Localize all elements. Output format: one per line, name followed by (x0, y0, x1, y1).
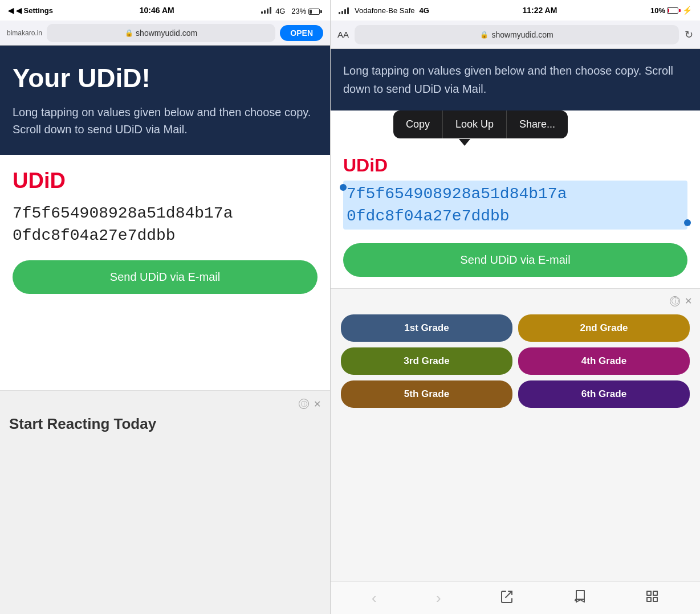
description-right: Long tapping on values given below and t… (343, 62, 687, 98)
back-nav-button[interactable]: ‹ (372, 589, 377, 607)
lock-icon-right: 🔒 (480, 31, 489, 39)
svg-line-0 (506, 591, 512, 597)
battery-body-right (667, 7, 678, 14)
bar2 (264, 10, 266, 14)
browser-bar-left: bimakaro.in 🔒 showmyudid.com OPEN (0, 21, 330, 46)
network-right: 4G (420, 6, 429, 15)
grade-4-button[interactable]: 4th Grade (518, 347, 690, 375)
grade-6-button[interactable]: 6th Grade (518, 380, 690, 408)
bottom-nav-right: ‹ › (331, 581, 700, 614)
share-nav-button[interactable] (500, 590, 514, 607)
svg-rect-3 (653, 597, 657, 601)
ad-section-right: ⓘ ✕ 1st Grade 2nd Grade 3rd Grade 4th Gr… (331, 288, 700, 581)
back-label: ◀ Settings (16, 6, 53, 15)
status-time-left: 10:46 AM (140, 6, 174, 15)
ad-top-row-right: ⓘ ✕ (339, 296, 692, 306)
status-signal-right: Vodafone-Be Safe 4G (339, 6, 429, 15)
battery-icon-right (667, 7, 681, 14)
lock-icon-left: 🔒 (125, 29, 133, 37)
dark-header-right: Long tapping on values given below and t… (331, 49, 700, 110)
ad-banner-left: ⓘ ✕ Start Reacting Today (0, 390, 330, 615)
grade-grid: 1st Grade 2nd Grade 3rd Grade 4th Grade … (339, 312, 692, 410)
back-arrow: ◀ (8, 6, 14, 15)
svg-rect-2 (653, 591, 657, 595)
bookmarks-nav-button[interactable] (573, 590, 587, 607)
rbar1 (339, 12, 340, 14)
signal-bars-right (339, 6, 349, 14)
ad-info-icon-right[interactable]: ⓘ (670, 296, 680, 306)
time-right: 11:22 AM (522, 6, 557, 15)
rbar4 (347, 7, 349, 14)
bar1 (261, 11, 263, 14)
battery-fill-right (668, 9, 669, 13)
content-right: Copy Look Up Share... UDiD 7f5f654908928… (331, 110, 700, 288)
status-bar-right: Vodafone-Be Safe 4G 11:22 AM 10% ⚡ (331, 0, 700, 21)
address-bar-left[interactable]: 🔒 showmyudid.com (47, 24, 275, 42)
signal-bars-left (261, 6, 271, 14)
context-menu-arrow (459, 139, 470, 146)
udid-label-right: UDiD (343, 155, 687, 176)
left-phone: ◀ ◀ Settings 10:46 AM 4G 23% (0, 0, 331, 614)
udid-value-right[interactable]: 7f5f654908928a51d84b17a0fdc8f04a27e7ddbb (343, 181, 687, 230)
charging-icon: ⚡ (682, 6, 692, 15)
context-menu: Copy Look Up Share... (393, 110, 568, 138)
battery-fill-left (310, 10, 312, 14)
selection-handle-left (340, 184, 347, 191)
content-left: UDiD 7f5f654908928a51d84b17a0fdc8f04a27e… (0, 155, 330, 390)
forward-nav-button[interactable]: › (436, 589, 441, 607)
grade-3-button[interactable]: 3rd Grade (341, 347, 512, 375)
tabs-nav-button[interactable] (645, 590, 659, 607)
aa-button[interactable]: AA (337, 30, 349, 39)
battery-right: 10% ⚡ (650, 6, 692, 15)
battery-body-left (308, 9, 320, 15)
ad-info-row-left: ⓘ ✕ (9, 399, 321, 410)
status-battery-left: 4G 23% (261, 6, 322, 15)
ad-title-left: Start Reacting Today (9, 415, 321, 433)
grade-5-button[interactable]: 5th Grade (341, 380, 512, 408)
udid-label-left: UDiD (13, 169, 318, 193)
status-bar-left: ◀ ◀ Settings 10:46 AM 4G 23% (0, 0, 330, 21)
battery-tip-left (320, 10, 322, 13)
network-left: 4G (275, 7, 285, 15)
battery-percent-left: 23% (291, 7, 306, 15)
bar4 (270, 7, 271, 14)
browser-bar-right: AA 🔒 showmyudid.com ↻ (331, 21, 700, 49)
grade-2-button[interactable]: 2nd Grade (518, 314, 690, 342)
selection-handle-right (684, 219, 691, 226)
bar3 (267, 9, 268, 14)
page-title-left: Your UDiD! (13, 63, 318, 93)
send-email-button-right[interactable]: Send UDiD via E-mail (343, 243, 687, 277)
open-button[interactable]: OPEN (280, 25, 323, 41)
svg-rect-1 (647, 591, 651, 595)
description-left: Long tapping on values given below and t… (13, 104, 318, 138)
signal-left: 4G (261, 7, 288, 15)
battery-tip-right (679, 9, 681, 12)
rbar3 (344, 9, 346, 14)
ad-close-button-left[interactable]: ✕ (314, 399, 321, 410)
ad-close-button-right[interactable]: ✕ (685, 296, 692, 306)
bimakaro-label: bimakaro.in (7, 29, 42, 37)
battery-percent-right: 10% (650, 6, 665, 15)
context-share[interactable]: Share... (507, 110, 568, 138)
battery-icon-left (308, 9, 322, 15)
url-left: showmyudid.com (136, 28, 197, 38)
ad-info-icon-left[interactable]: ⓘ (299, 399, 309, 409)
status-back[interactable]: ◀ ◀ Settings (8, 6, 53, 15)
rbar2 (341, 11, 343, 14)
refresh-button[interactable]: ↻ (685, 28, 693, 41)
udid-value-left[interactable]: 7f5f654908928a51d84b17a0fdc8f04a27e7ddbb (13, 202, 318, 247)
right-phone: Vodafone-Be Safe 4G 11:22 AM 10% ⚡ AA 🔒 … (331, 0, 700, 614)
dark-header-left: Your UDiD! Long tapping on values given … (0, 46, 330, 155)
address-bar-right[interactable]: 🔒 showmyudid.com (355, 25, 679, 44)
context-copy[interactable]: Copy (393, 110, 443, 138)
carrier-right: Vodafone-Be Safe (355, 6, 415, 15)
grade-1-button[interactable]: 1st Grade (341, 314, 512, 342)
url-right: showmyudid.com (491, 30, 553, 39)
svg-rect-4 (647, 597, 651, 601)
send-email-button-left[interactable]: Send UDiD via E-mail (13, 260, 318, 294)
context-lookup[interactable]: Look Up (443, 110, 507, 138)
